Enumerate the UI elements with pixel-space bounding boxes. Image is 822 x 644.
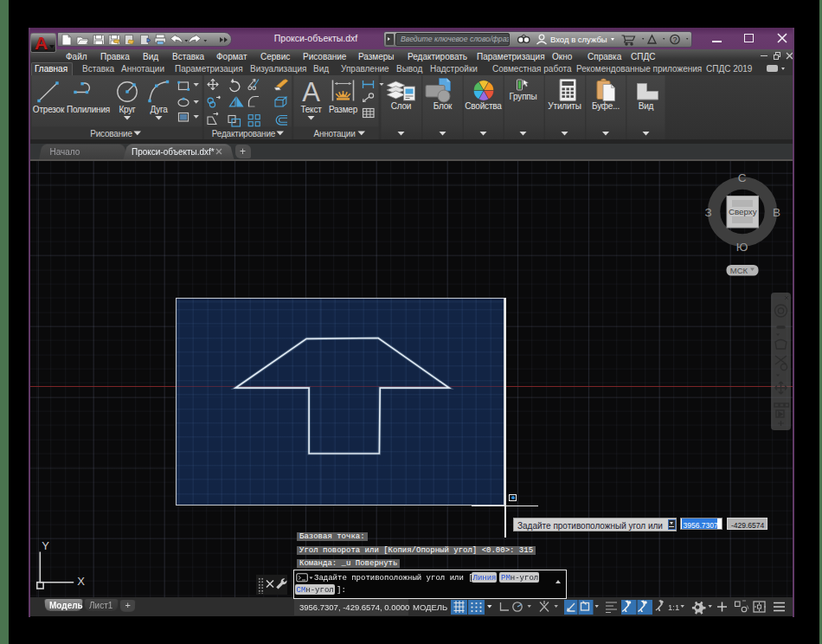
svg-text:З: З xyxy=(704,206,711,219)
svg-text:МСК: МСК xyxy=(730,266,748,275)
svg-text:Слои: Слои xyxy=(390,101,411,111)
svg-text:Буфе...: Буфе... xyxy=(592,101,620,111)
svg-text:Полилиния: Полилиния xyxy=(66,105,109,114)
svg-text:1:1: 1:1 xyxy=(668,602,679,612)
svg-text:Рисование: Рисование xyxy=(90,129,132,138)
svg-text:Блок: Блок xyxy=(433,101,452,111)
svg-text:Круг: Круг xyxy=(119,105,136,114)
svg-text:?: ? xyxy=(673,35,678,44)
svg-text:Ю: Ю xyxy=(736,241,748,254)
svg-text:Группы: Группы xyxy=(509,92,536,101)
svg-text:Сверху: Сверху xyxy=(729,207,757,216)
svg-text:С: С xyxy=(738,171,747,184)
svg-text:Y: Y xyxy=(42,539,49,552)
svg-text:Аннотации: Аннотации xyxy=(313,129,355,138)
svg-text:X: X xyxy=(77,575,85,588)
svg-text:Дуга: Дуга xyxy=(150,105,168,114)
svg-text:Отрезок: Отрезок xyxy=(32,105,64,114)
svg-text:Утилиты: Утилиты xyxy=(548,101,581,111)
svg-text:Редактирование: Редактирование xyxy=(211,129,275,138)
svg-text:Вид: Вид xyxy=(638,101,653,111)
svg-text:A: A xyxy=(302,77,320,107)
svg-text:В: В xyxy=(773,206,780,219)
svg-text:Свойства: Свойства xyxy=(465,101,502,111)
svg-text:Размер: Размер xyxy=(328,105,357,114)
